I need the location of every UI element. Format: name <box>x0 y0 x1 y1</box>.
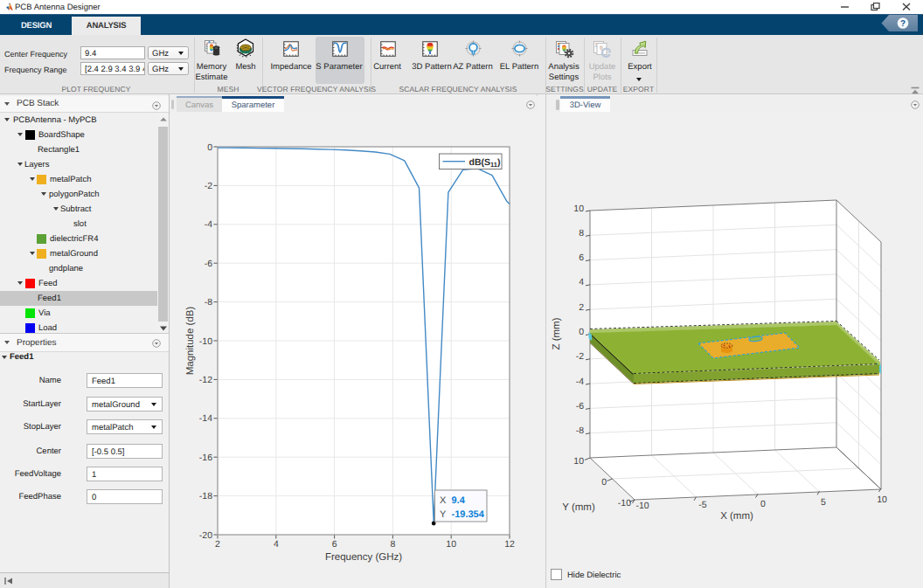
svg-text:2: 2 <box>215 539 220 550</box>
svg-text:6: 6 <box>332 539 337 550</box>
svg-text:8: 8 <box>390 539 395 550</box>
svg-text:-10: -10 <box>618 498 631 508</box>
svg-text:4: 4 <box>579 277 584 287</box>
svg-text:5: 5 <box>821 497 826 508</box>
svg-text:Frequency (GHz): Frequency (GHz) <box>325 552 402 563</box>
svg-text:-14: -14 <box>199 413 212 424</box>
svg-text:-6: -6 <box>576 401 584 412</box>
svg-text:-20: -20 <box>199 530 212 541</box>
svg-text:-4: -4 <box>205 219 212 230</box>
svg-text:8: 8 <box>579 228 584 239</box>
svg-text:-19.354: -19.354 <box>452 509 485 520</box>
svg-text:Y (mm): Y (mm) <box>562 502 595 513</box>
svg-text:10: 10 <box>446 539 456 550</box>
svg-text:-5: -5 <box>698 500 706 510</box>
svg-text:4: 4 <box>274 539 279 550</box>
svg-text:0: 0 <box>579 327 584 337</box>
svg-text:0: 0 <box>207 142 212 153</box>
svg-text:-2: -2 <box>576 351 584 362</box>
svg-text:Z (mm): Z (mm) <box>552 317 562 349</box>
svg-text:-18: -18 <box>199 491 212 502</box>
svg-text:10: 10 <box>877 495 887 505</box>
svg-text:-8: -8 <box>576 425 584 436</box>
svg-text:0: 0 <box>760 499 766 509</box>
svg-text:?: ? <box>900 19 906 29</box>
svg-text:0: 0 <box>601 477 607 488</box>
svg-text:Magnitude (dB): Magnitude (dB) <box>185 307 196 376</box>
svg-text:-10: -10 <box>199 336 212 347</box>
svg-text:-6: -6 <box>205 259 212 269</box>
svg-text:2: 2 <box>579 302 584 313</box>
svg-text:X (mm): X (mm) <box>720 511 753 522</box>
svg-text:-8: -8 <box>205 297 212 308</box>
svg-text:10: 10 <box>573 456 584 467</box>
svg-text:10: 10 <box>573 204 584 214</box>
svg-text:-10: -10 <box>635 501 649 511</box>
svg-text:12: 12 <box>504 539 515 550</box>
svg-text:9.4: 9.4 <box>452 495 466 506</box>
svg-text:-12: -12 <box>199 375 212 385</box>
svg-text:-16: -16 <box>199 453 212 463</box>
svg-text:-4: -4 <box>576 377 584 387</box>
svg-text:-2: -2 <box>205 181 212 191</box>
svg-text:6: 6 <box>579 252 584 263</box>
svg-text:Y: Y <box>440 509 447 520</box>
svg-text:X: X <box>440 495 447 506</box>
